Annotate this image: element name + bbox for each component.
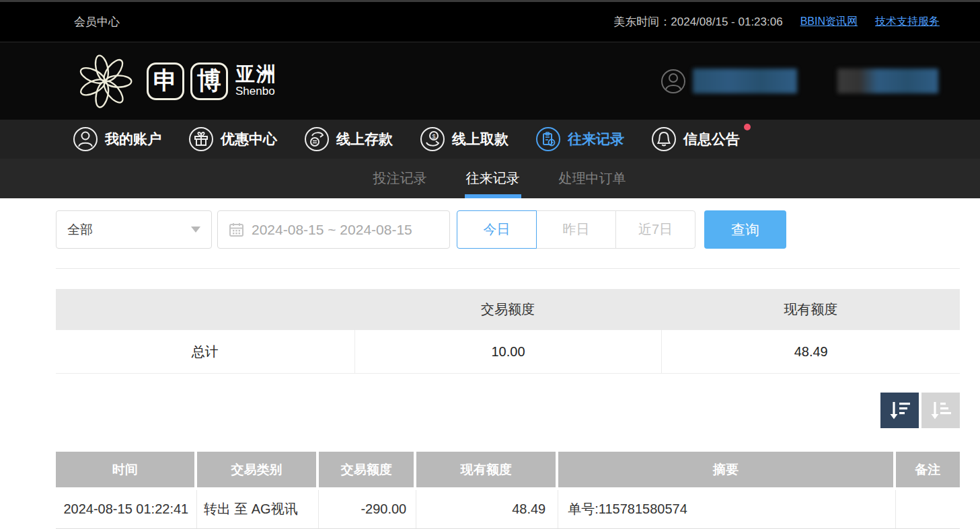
deposit-icon (304, 126, 330, 152)
chevron-down-icon (191, 227, 200, 233)
col-remark: 备注 (896, 452, 960, 487)
date-range-value: 2024-08-15 ~ 2024-08-15 (252, 222, 412, 238)
sort-controls (56, 393, 960, 428)
logo-region: 亚洲 Shenbo (235, 64, 277, 97)
record-remark (896, 490, 960, 528)
notification-dot (744, 124, 751, 130)
record-balance: 48.49 (416, 490, 558, 528)
date-range-input[interactable]: 2024-08-15 ~ 2024-08-15 (217, 210, 450, 249)
sub-navigation: 投注记录 往来记录 处理中订单 (0, 159, 980, 198)
last7days-button[interactable]: 近7日 (615, 210, 695, 249)
yesterday-button[interactable]: 昨日 (536, 210, 616, 249)
logo-region-en: Shenbo (235, 85, 277, 98)
record-type: 转出 至 AG视讯 (197, 490, 319, 528)
today-button[interactable]: 今日 (457, 210, 537, 249)
summary-total-label: 总计 (56, 330, 354, 373)
section-divider (56, 268, 960, 269)
col-time: 时间 (56, 452, 197, 487)
summary-table: 交易额度 现有额度 总计 10.00 48.49 (56, 289, 960, 374)
main-navigation: 我的账户 优惠中心 线上存款 $ 线上取款 (0, 120, 980, 159)
logo-char-shen: 申 (147, 63, 184, 100)
tab-betting-records[interactable]: 投注记录 (371, 159, 430, 198)
topbar-right: 美东时间：2024/08/15 - 01:23:06 BBIN资讯网 技术支持服… (613, 14, 940, 30)
redacted-username (693, 69, 797, 93)
avatar-icon (661, 69, 686, 94)
col-amount: 交易额度 (319, 452, 416, 487)
user-account-area[interactable] (661, 69, 938, 94)
col-balance: 现有额度 (416, 452, 558, 487)
summary-col-empty (56, 289, 354, 330)
record-summary: 单号:115781580574 (558, 490, 895, 528)
withdraw-icon: $ (420, 126, 445, 152)
summary-transaction-amount: 10.00 (354, 330, 662, 373)
nav-item-promotions[interactable]: 优惠中心 (188, 126, 277, 152)
top-utility-bar: 会员中心 美东时间：2024/08/15 - 01:23:06 BBIN资讯网 … (0, 0, 980, 42)
record-time: 2024-08-15 01:22:41 (56, 490, 197, 528)
sort-descending-icon (889, 400, 911, 421)
user-icon (73, 126, 98, 152)
shenbo-logo[interactable]: 申 博 亚洲 Shenbo (73, 49, 277, 114)
sort-ascending-button[interactable] (921, 393, 960, 428)
logo-region-cn: 亚洲 (235, 64, 277, 84)
quick-date-group: 今日 昨日 近7日 (457, 210, 695, 249)
record-amount: -290.00 (319, 490, 416, 528)
redacted-balance (837, 69, 938, 93)
tab-transaction-records[interactable]: 往来记录 (463, 159, 523, 198)
records-table: 时间 交易类别 交易额度 现有额度 摘要 备注 2024-08-15 01:22… (56, 452, 960, 529)
records-icon (535, 126, 561, 152)
calendar-icon (229, 222, 244, 237)
nav-item-my-account[interactable]: 我的账户 (73, 126, 161, 152)
records-table-header: 时间 交易类别 交易额度 现有额度 摘要 备注 (56, 452, 960, 487)
summary-col-current-balance: 现有额度 (661, 289, 960, 330)
filter-bar: 全部 2024-08-15 ~ 2024-08-15 今日 昨日 近7日 查询 (56, 210, 960, 249)
col-type: 交易类别 (197, 452, 319, 487)
type-select-value: 全部 (67, 221, 93, 239)
summary-total-row: 总计 10.00 48.49 (56, 330, 960, 374)
nav-item-withdraw[interactable]: $ 线上取款 (420, 126, 508, 152)
sort-descending-button[interactable] (880, 393, 919, 428)
nav-item-deposit[interactable]: 线上存款 (304, 126, 393, 152)
eastern-time-label: 美东时间：2024/08/15 - 01:23:06 (613, 14, 782, 30)
bell-icon (651, 126, 677, 152)
col-summary: 摘要 (558, 452, 895, 487)
summary-current-balance: 48.49 (661, 330, 960, 373)
tab-processing-orders[interactable]: 处理中订单 (556, 159, 629, 198)
content-area: 全部 2024-08-15 ~ 2024-08-15 今日 昨日 近7日 查询 (0, 198, 980, 529)
member-center-title: 会员中心 (74, 14, 120, 30)
flower-logo-icon (73, 49, 137, 114)
nav-item-announcements[interactable]: 信息公告 (651, 126, 740, 152)
record-row: 2024-08-15 01:22:41 转出 至 AG视讯 -290.00 48… (56, 490, 960, 529)
tech-support-link[interactable]: 技术支持服务 (875, 15, 940, 29)
logo-char-bo: 博 (190, 63, 228, 100)
sort-ascending-icon (930, 400, 952, 421)
query-button[interactable]: 查询 (704, 210, 786, 249)
type-select[interactable]: 全部 (56, 210, 212, 249)
bbin-news-link[interactable]: BBIN资讯网 (800, 15, 858, 29)
nav-item-records[interactable]: 往来记录 (535, 126, 624, 152)
svg-text:$: $ (432, 133, 435, 140)
summary-table-header: 交易额度 现有额度 (56, 289, 960, 330)
gift-icon (188, 126, 214, 152)
logo-bar: 申 博 亚洲 Shenbo (0, 42, 980, 120)
summary-col-transaction-amount: 交易额度 (354, 289, 662, 330)
